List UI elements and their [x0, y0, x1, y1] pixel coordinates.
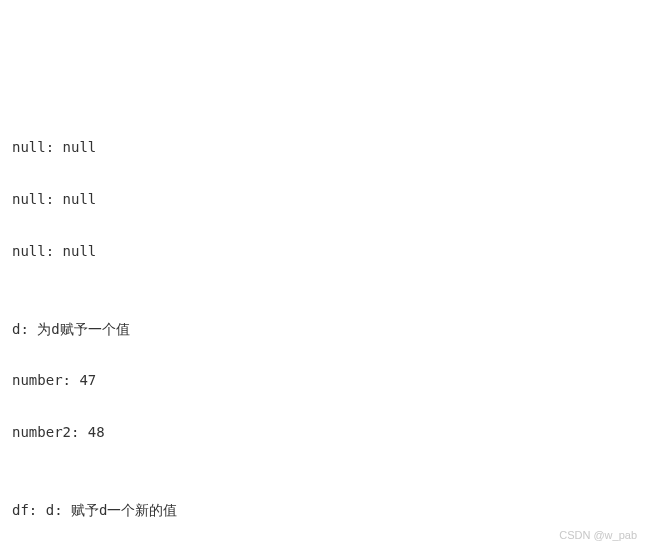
watermark-text: CSDN @w_pab — [559, 525, 637, 545]
output-line: d: 为d赋予一个值 — [12, 317, 637, 343]
output-line: null: null — [12, 135, 637, 161]
output-line: number: 47 — [12, 368, 637, 394]
output-line: df: d: 赋予d一个新的值 — [12, 498, 637, 524]
output-line: number2: 48 — [12, 420, 637, 446]
output-line: null: null — [12, 239, 637, 265]
output-line: null: null — [12, 187, 637, 213]
console-output: null: null null: null null: null d: 为d赋予… — [12, 110, 637, 551]
